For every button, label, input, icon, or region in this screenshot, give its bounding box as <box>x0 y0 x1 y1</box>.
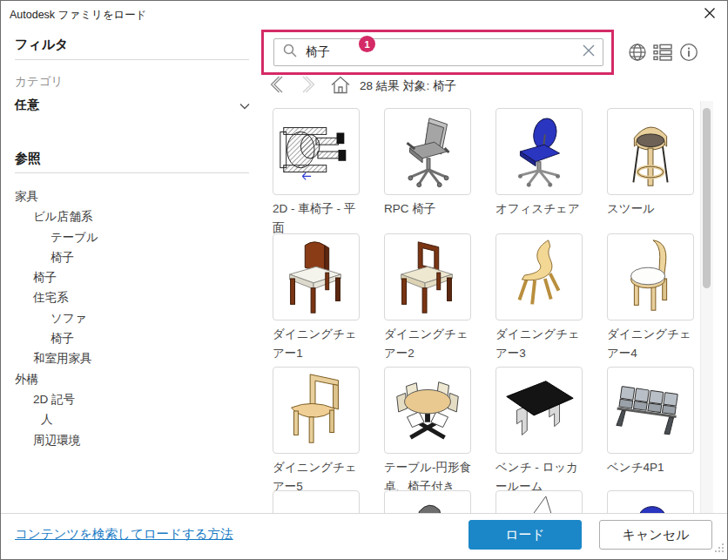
annotation-badge: 1 <box>359 36 375 52</box>
family-card-dining-5[interactable]: ダイニングチェアー5 <box>273 367 360 496</box>
chevron-down-icon <box>239 98 250 113</box>
divider <box>15 172 249 173</box>
thumb-partial-wireframe <box>495 490 583 513</box>
family-card-wheelchair-2d[interactable]: 2D - 車椅子 - 平面 <box>273 108 360 238</box>
tree-item-sofa[interactable]: ソファ <box>1 308 262 328</box>
family-card-label: RPC 椅子 <box>384 199 478 219</box>
list-view-icon <box>653 44 672 64</box>
info-button[interactable] <box>677 43 700 64</box>
tree-item-kagu[interactable]: 家具 <box>1 186 262 206</box>
tree-item-shuhen[interactable]: 周辺環境 <box>1 430 262 450</box>
divider <box>15 59 249 60</box>
home-icon <box>331 76 350 98</box>
family-card-label: ダイニングチェアー1 <box>273 325 367 363</box>
thumb-partial-gray-chair <box>384 490 471 513</box>
thumb-locker-room-bench <box>495 367 583 454</box>
cancel-button[interactable]: キャンセル <box>599 520 712 550</box>
family-card-dining-1[interactable]: ダイニングチェアー1 <box>273 233 360 363</box>
category-dropdown[interactable]: 任意 <box>15 95 250 116</box>
family-card-partial-4[interactable] <box>607 490 694 513</box>
family-card-label: スツール <box>607 199 699 219</box>
family-card-dining-4[interactable]: ダイニングチェアー4 <box>607 233 694 363</box>
tree-item-isu-2[interactable]: 椅子 <box>1 267 262 287</box>
thumb-bar-stool <box>607 108 694 195</box>
tree-item-isu-3[interactable]: 椅子 <box>1 328 262 348</box>
results-summary: 28 結果 対象: 椅子 <box>360 78 456 94</box>
tree-item-table[interactable]: テーブル <box>1 227 262 247</box>
thumb-dining-chair-4 <box>607 233 694 320</box>
thumb-dining-chair-5 <box>273 367 360 454</box>
family-card-label: ベンチ4P1 <box>607 458 699 477</box>
family-card-partial-2[interactable] <box>384 490 471 513</box>
home-button[interactable] <box>331 76 350 98</box>
family-card-label: ダイニングチェアー4 <box>607 325 699 363</box>
tree-item-jutaku[interactable]: 住宅系 <box>1 287 262 307</box>
results-row-3: ダイニングチェアー5 テーブル-円形食卓、 <box>273 367 694 496</box>
thumb-dining-chair-1 <box>273 233 360 320</box>
family-card-bench-4p1[interactable]: ベンチ4P1 <box>607 367 694 496</box>
close-icon <box>704 7 716 23</box>
tree-item-gaikou[interactable]: 外構 <box>1 369 262 389</box>
category-dropdown-value: 任意 <box>15 98 39 113</box>
family-card-office-chair[interactable]: オフィスチェア <box>495 108 583 238</box>
tree-item-isu-1[interactable]: 椅子 <box>1 247 262 267</box>
family-card-dining-3[interactable]: ダイニングチェアー3 <box>495 233 583 363</box>
category-label: カテゴリ <box>15 74 63 90</box>
tree-item-biru-tenpo[interactable]: ビル店舗系 <box>1 206 262 226</box>
results-row-1: 2D - 車椅子 - 平面 <box>273 108 694 238</box>
forward-button[interactable] <box>301 76 316 97</box>
family-card-dining-2[interactable]: ダイニングチェアー2 <box>384 233 471 363</box>
search-input[interactable] <box>304 44 583 60</box>
close-button[interactable] <box>699 4 720 25</box>
family-card-label: 2D - 車椅子 - 平面 <box>273 199 367 238</box>
load-button[interactable]: ロード <box>468 520 582 550</box>
family-card-label: ダイニングチェアー3 <box>495 325 590 363</box>
thumb-dining-chair-2 <box>384 233 471 320</box>
family-card-label: オフィスチェア <box>495 199 590 219</box>
thumb-partial-blue-chair <box>607 490 694 513</box>
chevron-right-icon <box>301 76 316 97</box>
magnifier-icon <box>282 43 298 62</box>
category-tree: 家具 ビル店舗系 テーブル 椅子 椅子 住宅系 ソファ 椅子 和室用家具 外構 … <box>1 186 262 450</box>
thumb-blue-office-chair <box>495 108 583 195</box>
results-row-2: ダイニングチェアー1 ダイニングチェアー2 <box>273 233 694 363</box>
tree-item-2d-kigou[interactable]: 2D 記号 <box>1 389 262 409</box>
tree-item-hito[interactable]: 人 <box>1 409 262 429</box>
thumb-rpc-office-chair <box>384 108 471 195</box>
scrollbar-thumb[interactable] <box>703 108 711 288</box>
thumb-partial-blank <box>273 490 360 513</box>
list-view-button[interactable] <box>651 43 674 64</box>
dialog-title: Autodesk ファミリをロード <box>10 8 147 23</box>
x-clear-icon[interactable] <box>583 44 595 60</box>
thumb-round-table-with-chairs <box>384 367 471 454</box>
family-card-rpc-chair[interactable]: RPC 椅子 <box>384 108 471 238</box>
back-button[interactable] <box>269 76 284 97</box>
search-box[interactable] <box>273 38 603 66</box>
results-grid: 2D - 車椅子 - 平面 <box>266 101 699 513</box>
family-card-round-table[interactable]: テーブル-円形食卓、椅子付き <box>384 367 471 496</box>
filter-header: フィルタ <box>15 37 68 53</box>
thumb-wheelchair-2d-plan <box>273 108 360 195</box>
family-card-label: ダイニングチェアー2 <box>384 325 478 363</box>
help-link[interactable]: コンテンツを検索してロードする方法 <box>15 526 233 543</box>
family-card-stool[interactable]: スツール <box>607 108 694 238</box>
globe-icon <box>627 42 648 66</box>
load-autodesk-family-dialog: Autodesk ファミリをロード フィルタ カテゴリ 任意 参照 家具 ビル店… <box>0 0 728 560</box>
globe-button[interactable] <box>626 43 649 64</box>
results-row-4-partial <box>273 490 694 513</box>
chevron-left-icon <box>269 76 284 97</box>
tree-item-washitsu[interactable]: 和室用家具 <box>1 348 262 368</box>
family-card-bench-locker[interactable]: ベンチ - ロッカールーム <box>495 367 583 496</box>
thumb-bench-4p1 <box>607 367 694 454</box>
resize-grip-icon[interactable] <box>714 541 725 557</box>
footer-divider <box>1 513 728 514</box>
family-card-partial-3[interactable] <box>495 490 583 513</box>
family-card-partial-1[interactable] <box>273 490 360 513</box>
info-icon <box>679 43 698 65</box>
thumb-dining-chair-3 <box>495 233 583 320</box>
browse-header: 参照 <box>15 151 41 167</box>
